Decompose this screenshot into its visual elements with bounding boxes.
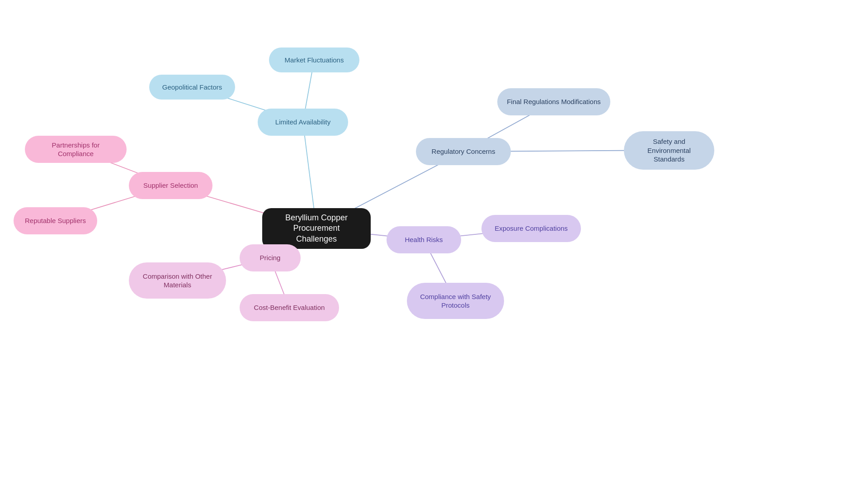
center-node: Beryllium Copper Procurement Challenges (262, 208, 371, 249)
node-compliance-safety: Compliance with Safety Protocols (407, 283, 504, 319)
node-supplier-selection: Supplier Selection (129, 172, 212, 199)
limited-availability-label: Limited Availability (275, 118, 330, 127)
final-regulations-label: Final Regulations Modifications (507, 97, 601, 106)
supplier-selection-label: Supplier Selection (143, 181, 198, 190)
geopolitical-factors-label: Geopolitical Factors (162, 83, 222, 92)
node-cost-benefit: Cost-Benefit Evaluation (240, 294, 339, 321)
node-regulatory-concerns: Regulatory Concerns (416, 138, 511, 165)
node-safety-environmental: Safety and Environmental Standards (624, 131, 714, 170)
node-limited-availability: Limited Availability (258, 109, 348, 136)
cost-benefit-label: Cost-Benefit Evaluation (254, 303, 325, 312)
reputable-suppliers-label: Reputable Suppliers (25, 216, 86, 225)
safety-environmental-label: Safety and Environmental Standards (633, 137, 705, 164)
comparison-materials-label: Comparison with Other Materials (138, 272, 217, 290)
node-market-fluctuations: Market Fluctuations (269, 48, 359, 72)
node-partnerships-compliance: Partnerships for Compliance (25, 136, 127, 163)
node-health-risks: Health Risks (387, 226, 461, 253)
node-pricing: Pricing (240, 244, 301, 271)
partnerships-compliance-label: Partnerships for Compliance (34, 141, 118, 158)
health-risks-label: Health Risks (405, 235, 443, 244)
pricing-label: Pricing (260, 253, 281, 262)
node-geopolitical-factors: Geopolitical Factors (149, 75, 235, 100)
node-comparison-materials: Comparison with Other Materials (129, 262, 226, 299)
node-final-regulations: Final Regulations Modifications (497, 88, 610, 115)
node-exposure-complications: Exposure Complications (481, 215, 581, 242)
regulatory-concerns-label: Regulatory Concerns (432, 147, 495, 156)
exposure-complications-label: Exposure Complications (495, 224, 568, 233)
center-label: Beryllium Copper Procurement Challenges (271, 213, 362, 244)
market-fluctuations-label: Market Fluctuations (285, 56, 344, 65)
compliance-safety-label: Compliance with Safety Protocols (416, 292, 495, 310)
node-reputable-suppliers: Reputable Suppliers (14, 207, 97, 234)
